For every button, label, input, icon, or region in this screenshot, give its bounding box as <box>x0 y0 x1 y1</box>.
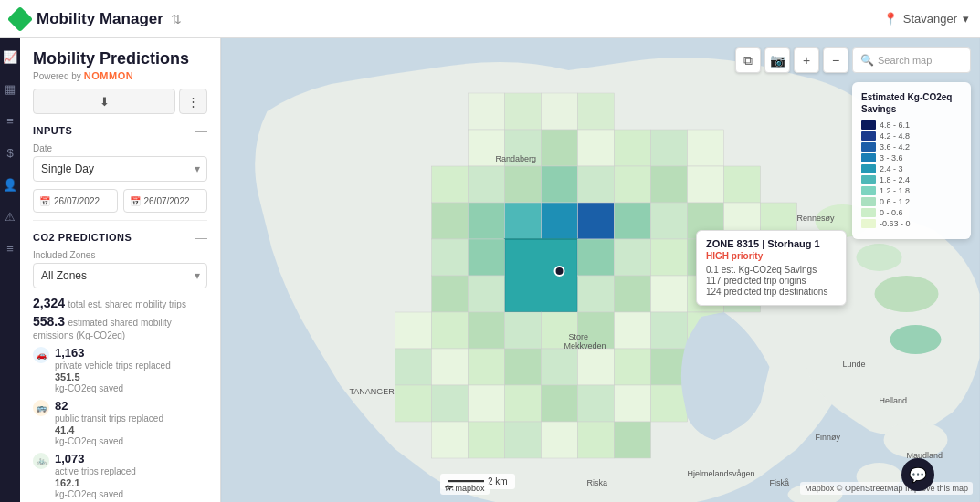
legend-item-label: 1.8 - 2.4 <box>880 175 910 184</box>
main-layout: 📈 ▦ ≡ $ 👤 ⚠ ≡ Mobility Predictions Power… <box>0 38 980 502</box>
svg-rect-43 <box>469 276 505 312</box>
scale-label: 2 km <box>488 476 508 486</box>
svg-text:Helland: Helland <box>880 396 908 405</box>
svg-rect-79 <box>578 422 615 458</box>
active-stat-content: 1,073 active trips replaced 162.1 kg-CO2… <box>55 452 136 500</box>
svg-rect-67 <box>395 385 432 422</box>
panel-header: Mobility Predictions Powered by NOMMON <box>33 49 207 81</box>
svg-rect-52 <box>505 312 542 349</box>
date-mode-select[interactable]: Single Day <box>33 156 207 182</box>
svg-rect-44 <box>578 276 615 312</box>
download-button[interactable]: ⬇ <box>33 89 175 114</box>
legend-color-swatch <box>861 186 876 195</box>
svg-text:Riska: Riska <box>587 478 608 487</box>
layers-button[interactable]: ⧉ <box>735 47 761 73</box>
svg-rect-6 <box>542 93 578 130</box>
date-from-button[interactable]: 📅 26/07/2022 <box>33 189 118 213</box>
location-label[interactable]: Stavanger <box>903 12 957 26</box>
public-kg-number: 41.4 <box>55 424 163 435</box>
nav-chart-icon[interactable]: 📈 <box>0 47 20 67</box>
legend-item: 0.6 - 1.2 <box>861 197 962 206</box>
svg-text:Finnøy: Finnøy <box>816 433 841 442</box>
public-stat-content: 82 public transit trips replaced 41.4 kg… <box>55 399 163 447</box>
screenshot-button[interactable]: 📷 <box>764 47 790 73</box>
nav-alert-icon[interactable]: ⚠ <box>2 207 18 226</box>
legend-item: -0.63 - 0 <box>861 219 962 228</box>
tooltip-zone-title: ZONE 8315 | Storhaug 1 <box>706 238 837 249</box>
svg-rect-76 <box>469 422 505 458</box>
svg-rect-62 <box>542 349 578 385</box>
private-stat-content: 1,163 private vehicle trips replaced 351… <box>55 346 171 394</box>
svg-rect-75 <box>432 422 469 458</box>
svg-rect-16 <box>469 166 505 203</box>
location-chevron-icon[interactable]: ▾ <box>963 12 969 26</box>
more-options-button[interactable]: ⋮ <box>179 89 207 114</box>
date-to-button[interactable]: 📅 26/07/2022 <box>123 189 208 213</box>
nav-dollar-icon[interactable]: $ <box>4 143 16 162</box>
more-icon: ⋮ <box>187 95 199 109</box>
legend-color-swatch <box>861 197 876 206</box>
active-stat-row: 🚲 1,073 active trips replaced 162.1 kg-C… <box>33 452 207 500</box>
chat-bubble-button[interactable]: 💬 <box>901 458 934 491</box>
inputs-collapse-icon[interactable]: — <box>195 123 207 138</box>
nav-user-icon[interactable]: 👤 <box>0 175 20 194</box>
svg-rect-77 <box>505 422 542 458</box>
date-range-row: 📅 26/07/2022 📅 26/07/2022 <box>33 189 207 213</box>
svg-rect-26 <box>505 203 542 239</box>
svg-rect-69 <box>469 385 505 422</box>
search-placeholder: Search map <box>878 55 932 66</box>
date-field: Date Single Day 📅 26/07/2022 📅 26/07/202… <box>33 143 207 213</box>
active-kg-number: 162.1 <box>55 477 136 488</box>
svg-rect-4 <box>469 93 505 130</box>
app-chevron-icon[interactable]: ⇅ <box>171 12 182 26</box>
legend-color-swatch <box>861 175 876 184</box>
zones-select-wrapper: All Zones <box>33 263 207 288</box>
nav-list-icon[interactable]: ≡ <box>4 111 16 131</box>
map-search[interactable]: 🔍 Search map <box>852 47 971 73</box>
active-kg-label: kg-CO2eq saved <box>55 488 136 500</box>
legend-item-label: 3 - 3.6 <box>880 153 903 162</box>
public-replaced-label: public transit trips replaced <box>55 413 163 424</box>
tooltip-priority: HIGH priority <box>706 251 837 261</box>
panel-content: Mobility Predictions Powered by NOMMON ⬇… <box>20 38 220 502</box>
topbar-right: 📍 Stavanger ▾ <box>883 12 969 26</box>
zones-label: Included Zones <box>33 250 207 260</box>
svg-rect-51 <box>469 312 505 349</box>
svg-rect-5 <box>505 93 542 130</box>
toolbar-row: ⬇ ⋮ <box>33 89 207 114</box>
tooltip-savings: 0.1 est. Kg-CO2eq Savings <box>706 265 837 275</box>
search-icon: 🔍 <box>860 54 874 67</box>
svg-rect-55 <box>615 312 651 349</box>
zoom-out-button[interactable]: − <box>823 47 848 73</box>
co2-collapse-icon[interactable]: — <box>195 230 207 245</box>
svg-rect-58 <box>395 349 432 385</box>
private-kg-label: kg-CO2eq saved <box>55 382 171 394</box>
map-container[interactable]: Randaberg Store Mekkveden TANANGER Renne… <box>221 38 980 502</box>
mapbox-logo: 🗺 mapbox <box>440 482 490 495</box>
sidebar-panel: Mobility Predictions Powered by NOMMON ⬇… <box>20 38 221 502</box>
svg-point-84 <box>890 325 942 354</box>
legend-item: 0 - 0.6 <box>861 208 962 217</box>
nav-menu-icon[interactable]: ≡ <box>4 239 16 258</box>
legend-title: Estimated Kg-CO2eqSavings <box>861 91 962 115</box>
public-replaced-number: 82 <box>55 399 163 413</box>
svg-rect-34 <box>505 239 578 312</box>
svg-rect-28 <box>578 203 615 239</box>
nav-bar-icon[interactable]: ▦ <box>2 79 18 99</box>
co2-section-header: CO2 PREDICTIONS — <box>33 230 207 245</box>
zones-select[interactable]: All Zones <box>33 263 207 288</box>
legend-item-label: 0.6 - 1.2 <box>880 197 910 206</box>
zoom-in-button[interactable]: + <box>794 47 819 73</box>
legend-item: 3 - 3.6 <box>861 153 962 162</box>
bike-icon: 🚲 <box>33 453 49 469</box>
date-from-value: 26/07/2022 <box>54 196 100 206</box>
nommon-logo: NOMMON <box>84 70 133 81</box>
svg-text:Mekkveden: Mekkveden <box>564 341 606 350</box>
car-icon: 🚗 <box>33 347 49 363</box>
svg-rect-19 <box>578 166 615 203</box>
legend-color-swatch <box>861 153 876 162</box>
svg-rect-72 <box>578 385 615 422</box>
map-controls: ⧉ 📷 + − 🔍 Search map <box>735 47 971 73</box>
legend-item-label: 4.2 - 4.8 <box>880 131 910 141</box>
svg-rect-61 <box>505 349 542 385</box>
